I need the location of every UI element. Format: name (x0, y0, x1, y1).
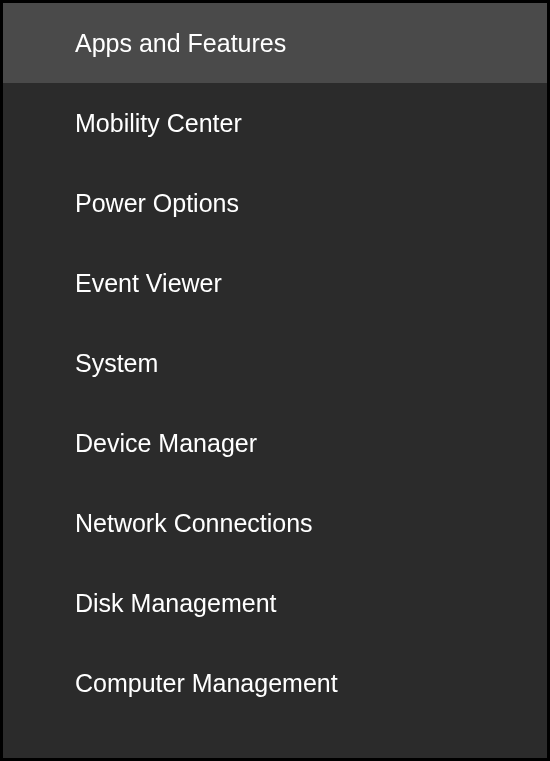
menu-item-label: Device Manager (75, 428, 257, 458)
context-menu: Apps and Features Mobility Center Power … (0, 0, 550, 761)
menu-item-device-manager[interactable]: Device Manager (3, 403, 547, 483)
menu-item-label: Power Options (75, 188, 239, 218)
menu-item-label: Computer Management (75, 668, 338, 698)
menu-item-power-options[interactable]: Power Options (3, 163, 547, 243)
menu-item-event-viewer[interactable]: Event Viewer (3, 243, 547, 323)
menu-item-label: Apps and Features (75, 28, 286, 58)
menu-item-apps-and-features[interactable]: Apps and Features (3, 3, 547, 83)
menu-item-label: Event Viewer (75, 268, 222, 298)
menu-item-label: Disk Management (75, 588, 276, 618)
menu-item-label: Mobility Center (75, 108, 242, 138)
menu-item-disk-management[interactable]: Disk Management (3, 563, 547, 643)
menu-item-network-connections[interactable]: Network Connections (3, 483, 547, 563)
menu-item-label: System (75, 348, 158, 378)
menu-item-system[interactable]: System (3, 323, 547, 403)
menu-item-mobility-center[interactable]: Mobility Center (3, 83, 547, 163)
menu-item-computer-management[interactable]: Computer Management (3, 643, 547, 723)
menu-item-label: Network Connections (75, 508, 313, 538)
